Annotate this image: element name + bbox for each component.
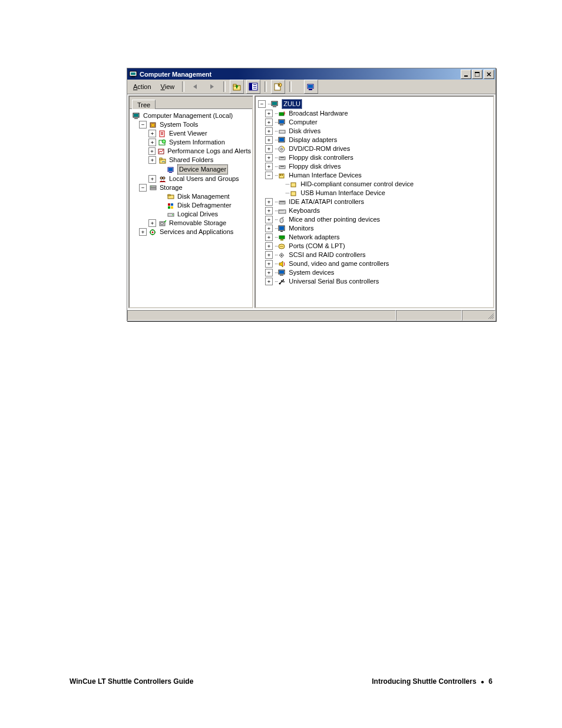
device-mice[interactable]: +···Mice and other pointing devices xyxy=(257,215,492,224)
expand-icon[interactable]: + xyxy=(148,147,156,155)
title-bar[interactable]: Computer Management xyxy=(127,68,495,80)
tree-system-information[interactable]: + System Information xyxy=(131,138,251,147)
minimize-button[interactable] xyxy=(461,70,471,79)
tree-disk-defrag[interactable]: Disk Defragmenter xyxy=(131,201,251,210)
tree-services-apps[interactable]: + Services and Applications xyxy=(131,228,251,236)
separator xyxy=(182,81,184,92)
maximize-button[interactable] xyxy=(472,70,482,79)
device-network[interactable]: +···Network adapters xyxy=(257,233,492,242)
expand-icon[interactable]: + xyxy=(265,269,273,276)
device-ports[interactable]: +···Ports (COM & LPT) xyxy=(257,242,492,251)
tab-tree[interactable]: Tree xyxy=(132,100,156,109)
device-dvd-cdrom[interactable]: +···DVD/CD-ROM drives xyxy=(257,144,492,153)
svg-rect-2 xyxy=(131,77,135,77)
svg-rect-21 xyxy=(134,114,138,117)
svg-point-40 xyxy=(151,186,152,186)
tree-root-computer-management[interactable]: Computer Management (Local) xyxy=(131,111,251,120)
expand-icon[interactable]: + xyxy=(265,163,273,170)
device-computer[interactable]: +···Computer xyxy=(257,118,492,127)
expand-icon[interactable]: + xyxy=(148,219,156,227)
device-monitors[interactable]: +···Monitors xyxy=(257,224,492,233)
svg-rect-55 xyxy=(273,106,276,107)
expand-icon[interactable]: + xyxy=(265,110,273,117)
expand-icon[interactable]: + xyxy=(265,154,273,162)
expand-icon[interactable]: + xyxy=(148,175,156,183)
properties-button[interactable] xyxy=(271,80,285,94)
resize-grip[interactable] xyxy=(462,310,495,321)
tree-local-users[interactable]: + Local Users and Groups xyxy=(131,174,251,183)
disk-icon xyxy=(277,127,287,136)
svg-rect-25 xyxy=(161,132,163,133)
tree-perf-logs[interactable]: + Performance Logs and Alerts xyxy=(131,147,251,156)
forward-button[interactable] xyxy=(205,80,219,94)
expand-icon[interactable]: + xyxy=(265,260,273,268)
device-root[interactable]: − ··· ZULU xyxy=(257,99,492,109)
expand-icon[interactable]: + xyxy=(265,233,273,241)
device-display-adapters[interactable]: +···Display adapters xyxy=(257,136,492,144)
device-usb[interactable]: +···Universal Serial Bus controllers xyxy=(257,277,492,286)
tree-logical-drives[interactable]: Logical Drives xyxy=(131,210,251,219)
device-view-button[interactable] xyxy=(304,80,318,94)
expand-icon[interactable]: + xyxy=(148,130,156,137)
device-hid[interactable]: −···Human Interface Devices xyxy=(257,171,492,180)
status-main xyxy=(127,310,396,321)
console-tree[interactable]: Computer Management (Local) − System Too… xyxy=(130,109,252,239)
svg-rect-70 xyxy=(280,174,281,176)
expand-icon[interactable]: + xyxy=(265,118,273,126)
collapse-icon[interactable]: − xyxy=(139,121,147,129)
keyboard-icon xyxy=(277,207,287,215)
device-floppy-controllers[interactable]: +···Floppy disk controllers xyxy=(257,153,492,162)
show-hide-tree-button[interactable] xyxy=(246,80,260,94)
tree-storage[interactable]: − Storage xyxy=(131,183,251,192)
tree-shared-folders[interactable]: + Shared Folders xyxy=(131,156,251,164)
expand-icon[interactable]: + xyxy=(148,139,156,146)
up-folder-button[interactable] xyxy=(230,80,244,94)
device-system[interactable]: +···System devices xyxy=(257,268,492,277)
tree-removable-storage[interactable]: + Removable Storage xyxy=(131,219,251,228)
expand-icon[interactable]: + xyxy=(265,127,273,135)
device-disk-drives[interactable]: +···Disk drives xyxy=(257,127,492,136)
expand-icon[interactable]: + xyxy=(265,198,273,206)
menu-view[interactable]: View xyxy=(157,82,178,91)
device-broadcast-hardware[interactable]: +···Broadcast Hardware xyxy=(257,109,492,118)
svg-rect-73 xyxy=(291,192,296,196)
svg-rect-78 xyxy=(280,210,281,211)
menu-action[interactable]: Action xyxy=(130,82,155,91)
collapse-icon[interactable]: − xyxy=(139,184,147,192)
svg-rect-32 xyxy=(160,158,162,160)
svg-rect-44 xyxy=(171,203,173,206)
expand-icon[interactable]: + xyxy=(265,216,273,223)
svg-rect-11 xyxy=(249,83,252,90)
expand-icon[interactable]: + xyxy=(265,242,273,250)
device-ide[interactable]: +···IDE ATA/ATAPI controllers xyxy=(257,197,492,206)
expand-icon[interactable]: + xyxy=(148,156,156,164)
expand-icon[interactable]: + xyxy=(265,225,273,232)
device-keyboards[interactable]: +···Keyboards xyxy=(257,206,492,215)
disk-mgmt-icon xyxy=(166,193,176,201)
device-scsi[interactable]: +···SCSI and RAID controllers xyxy=(257,251,492,259)
device-sound[interactable]: +···Sound, video and game controllers xyxy=(257,259,492,268)
tree-disk-management[interactable]: Disk Management xyxy=(131,192,251,201)
svg-rect-35 xyxy=(169,172,172,173)
expand-icon[interactable]: + xyxy=(265,251,273,259)
expand-icon[interactable]: + xyxy=(265,278,273,285)
close-button[interactable] xyxy=(484,70,494,79)
svg-rect-62 xyxy=(279,138,284,141)
device-tree-pane[interactable]: − ··· ZULU +···Broadcast Hardware +···Co… xyxy=(254,95,494,308)
expand-icon[interactable]: + xyxy=(265,136,273,144)
back-button[interactable] xyxy=(189,80,203,94)
collapse-icon[interactable]: − xyxy=(265,172,273,179)
floppy-ctrl-icon xyxy=(277,154,287,162)
device-usb-hid[interactable]: ····USB Human Interface Device xyxy=(257,189,492,197)
tree-system-tools[interactable]: − System Tools xyxy=(131,120,251,129)
tree-event-viewer[interactable]: + Event Viewer xyxy=(131,129,251,138)
event-viewer-icon xyxy=(158,130,167,138)
expand-icon[interactable]: + xyxy=(139,228,147,236)
device-floppy-drives[interactable]: +···Floppy disk drives xyxy=(257,162,492,171)
device-hid-consumer[interactable]: ····HID-compliant consumer control devic… xyxy=(257,180,492,189)
tree-device-manager[interactable]: Device Manager xyxy=(131,164,251,174)
svg-rect-74 xyxy=(279,201,285,204)
expand-icon[interactable]: + xyxy=(265,145,273,153)
expand-icon[interactable]: + xyxy=(265,207,273,215)
collapse-icon[interactable]: − xyxy=(258,100,266,108)
